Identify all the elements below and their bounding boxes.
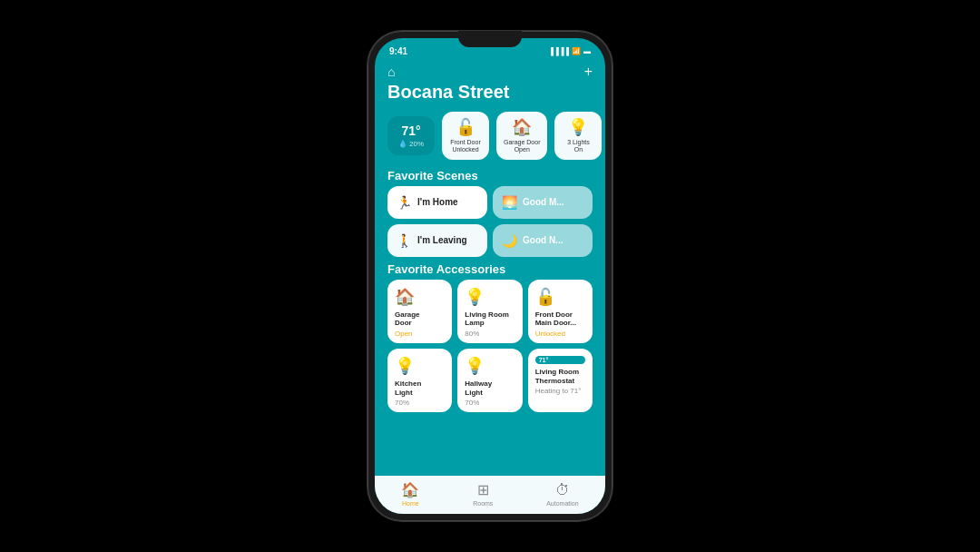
- signal-icon: ▐▐▐▐: [548, 47, 569, 55]
- scene-leaving-label: I'm Leaving: [417, 235, 467, 245]
- acc-hallway-status: 70%: [465, 399, 514, 407]
- humidity-icon: 💧: [398, 140, 407, 148]
- scene-home-icon: 🏃: [397, 195, 412, 210]
- phone-screen: 9:41 ▐▐▐▐ 📶 ▬ ⌂ + Bocana Street 71° 💧 20…: [375, 38, 605, 514]
- scene-good-morning[interactable]: 🌅 Good M...: [493, 186, 593, 219]
- accessory-front-door-lock[interactable]: 🔓 Front DoorMain Door... Unlocked: [528, 280, 593, 343]
- scene-im-home[interactable]: 🏃 I'm Home: [387, 186, 487, 219]
- scenes-grid: 🏃 I'm Home 🌅 Good M... 🚶 I'm Leaving 🌙 G…: [375, 186, 605, 257]
- header-icons: ⌂ +: [387, 64, 593, 80]
- tab-rooms-label: Rooms: [473, 500, 493, 507]
- tab-home[interactable]: 🏠 Home: [401, 481, 419, 507]
- tab-automation-icon: ⏱: [555, 482, 570, 498]
- scene-morning-icon: 🌅: [502, 195, 517, 210]
- scene-morning-label: Good M...: [523, 197, 564, 207]
- scenes-section-title: Favorite Scenes: [375, 163, 605, 186]
- acc-lock-icon: 🔓: [535, 287, 585, 307]
- scene-night-label: Good N...: [523, 235, 563, 245]
- header: ⌂ + Bocana Street: [375, 60, 605, 108]
- garage-door-label: Garage DoorOpen: [504, 139, 540, 154]
- acc-lock-status: Unlocked: [535, 330, 585, 338]
- notch: [458, 31, 522, 47]
- scene-good-night[interactable]: 🌙 Good N...: [493, 224, 593, 257]
- acc-thermo-name: Living RoomThermostat: [535, 368, 585, 385]
- accessories-section-title: Favorite Accessories: [375, 257, 605, 280]
- home-icon[interactable]: ⌂: [387, 64, 395, 79]
- humidity-value: 20%: [409, 140, 424, 148]
- acc-thermo-status: Heating to 71°: [535, 387, 585, 395]
- tab-home-icon: 🏠: [401, 481, 419, 498]
- garage-door-icon: 🏠: [504, 117, 540, 137]
- accessory-thermostat[interactable]: 71° Living RoomThermostat Heating to 71°: [528, 349, 593, 412]
- accessory-hallway-light[interactable]: 💡 HallwayLight 70%: [457, 349, 522, 412]
- accessory-garage-door[interactable]: 🏠 GarageDoor Open: [387, 280, 452, 343]
- accessory-kitchen-light[interactable]: 💡 KitchenLight 70%: [387, 349, 452, 412]
- acc-kitchen-icon: 💡: [395, 356, 445, 376]
- tab-automation-label: Automation: [546, 500, 578, 507]
- tab-automation[interactable]: ⏱ Automation: [546, 482, 578, 507]
- status-time: 9:41: [389, 46, 407, 56]
- scene-home-label: I'm Home: [417, 197, 458, 207]
- accessory-living-lamp[interactable]: 💡 Living RoomLamp 80%: [457, 280, 522, 343]
- acc-garage-icon: 🏠: [395, 287, 445, 307]
- acc-garage-name: GarageDoor: [395, 310, 445, 328]
- scene-im-leaving[interactable]: 🚶 I'm Leaving: [387, 224, 487, 257]
- acc-lamp-status: 80%: [465, 330, 514, 338]
- acc-lamp-name: Living RoomLamp: [465, 310, 514, 328]
- tab-rooms-icon: ⊞: [477, 481, 489, 498]
- front-door-icon: 🔓: [449, 117, 482, 137]
- acc-hallway-name: HallwayLight: [465, 380, 514, 397]
- scene-leaving-icon: 🚶: [397, 233, 412, 248]
- weather-humidity: 💧 20%: [397, 140, 426, 148]
- tab-home-label: Home: [402, 500, 419, 507]
- device-card-garage-door[interactable]: 🏠 Garage DoorOpen: [496, 112, 547, 160]
- thermo-badge: 71°: [535, 356, 585, 364]
- accessories-grid: 🏠 GarageDoor Open 💡 Living RoomLamp 80% …: [375, 280, 605, 412]
- acc-kitchen-status: 70%: [395, 399, 445, 407]
- phone-frame: 9:41 ▐▐▐▐ 📶 ▬ ⌂ + Bocana Street 71° 💧 20…: [368, 31, 612, 521]
- location-title: Bocana Street: [387, 82, 593, 103]
- battery-icon: ▬: [583, 47, 591, 55]
- acc-garage-status: Open: [395, 330, 445, 338]
- front-door-label: Front DoorUnlocked: [449, 139, 482, 154]
- lights-icon: 💡: [562, 117, 594, 137]
- weather-card[interactable]: 71° 💧 20%: [387, 116, 435, 155]
- devices-row: 71° 💧 20% 🔓 Front DoorUnlocked 🏠 Garage …: [375, 108, 605, 163]
- tab-rooms[interactable]: ⊞ Rooms: [473, 481, 493, 507]
- device-card-front-door[interactable]: 🔓 Front DoorUnlocked: [442, 112, 489, 160]
- wifi-icon: 📶: [572, 47, 581, 55]
- acc-kitchen-name: KitchenLight: [395, 380, 445, 397]
- device-card-lights[interactable]: 💡 3 LightsOn: [554, 112, 602, 160]
- lights-label: 3 LightsOn: [562, 139, 594, 154]
- add-icon[interactable]: +: [584, 64, 593, 80]
- acc-hallway-icon: 💡: [465, 356, 514, 376]
- acc-lock-name: Front DoorMain Door...: [535, 310, 585, 328]
- tab-bar: 🏠 Home ⊞ Rooms ⏱ Automation: [375, 476, 605, 514]
- scene-night-icon: 🌙: [502, 233, 517, 248]
- weather-temp: 71°: [397, 123, 426, 138]
- acc-lamp-icon: 💡: [465, 287, 514, 307]
- status-icons: ▐▐▐▐ 📶 ▬: [548, 47, 591, 55]
